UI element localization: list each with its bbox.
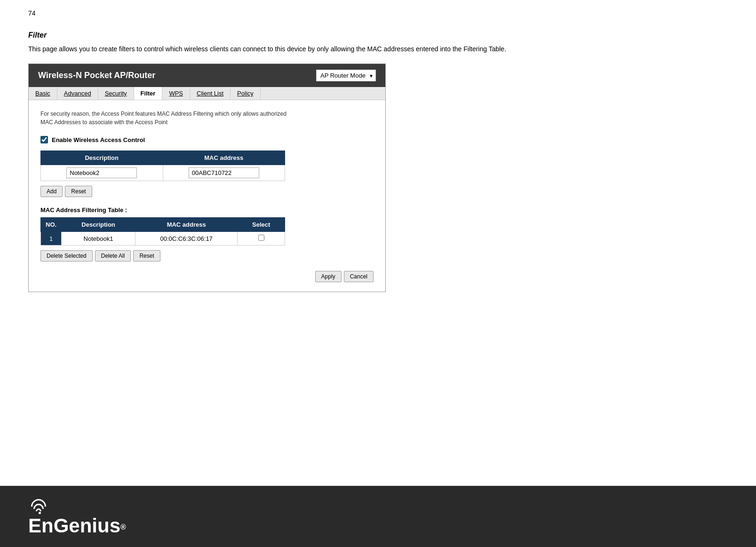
logo-brand-text: EnGenius — [28, 515, 120, 537]
filter-table: NO. Description MAC address Select 1 Not… — [40, 217, 285, 246]
footer: EnGenius® — [0, 486, 756, 547]
tab-filter[interactable]: Filter — [134, 87, 163, 100]
tab-wps[interactable]: WPS — [162, 87, 190, 100]
engenius-logo: EnGenius® — [28, 497, 126, 536]
info-line2: MAC Addresses to associate with the Acce… — [40, 119, 167, 126]
filter-header-description: Description — [62, 218, 135, 232]
tab-security[interactable]: Security — [98, 87, 134, 100]
tab-clientlist[interactable]: Client List — [190, 87, 231, 100]
enable-wireless-checkbox[interactable] — [40, 136, 48, 143]
input-row — [41, 165, 285, 181]
description-input[interactable] — [66, 167, 137, 178]
table-row: 1 Notebook1 00:0C:C6:3C:06:17 — [41, 232, 285, 246]
nav-tabs: Basic Advanced Security Filter WPS Clien… — [29, 87, 385, 100]
main-content: 74 Filter This page allows you to create… — [0, 0, 756, 486]
router-ui-box: Wireless-N Pocket AP/Router AP Router Mo… — [28, 63, 386, 292]
delete-row: Delete Selected Delete All Reset — [40, 250, 374, 262]
filter-header-no: NO. — [41, 218, 62, 232]
delete-selected-button[interactable]: Delete Selected — [40, 250, 93, 262]
wifi-icon — [28, 497, 52, 515]
delete-all-button[interactable]: Delete All — [95, 250, 131, 262]
reset-button[interactable]: Reset — [65, 186, 92, 197]
apply-row: Apply Cancel — [40, 271, 374, 282]
input-table: Description MAC address — [40, 151, 285, 181]
input-header-description: Description — [41, 151, 163, 165]
router-title: Wireless-N Pocket AP/Router — [38, 71, 155, 80]
filter-header-mac: MAC address — [135, 218, 237, 232]
enable-control-row: Enable Wireless Access Control — [40, 136, 374, 143]
mac-input[interactable] — [189, 167, 259, 178]
filter-table-title: MAC Address Filtering Table : — [40, 206, 374, 214]
router-body: For security reason, the Access Point fe… — [29, 100, 385, 292]
tab-basic[interactable]: Basic — [29, 87, 57, 100]
tab-policy[interactable]: Policy — [231, 87, 261, 100]
mode-select-wrapper[interactable]: AP Router Mode Client Mode Repeater Mode — [316, 70, 376, 81]
filter-header-select: Select — [238, 218, 285, 232]
row-description: Notebook1 — [62, 232, 135, 246]
info-text: For security reason, the Access Point fe… — [40, 110, 374, 127]
page-number: 74 — [28, 9, 728, 17]
tab-advanced[interactable]: Advanced — [57, 87, 98, 100]
apply-button[interactable]: Apply — [315, 271, 342, 282]
router-header: Wireless-N Pocket AP/Router AP Router Mo… — [29, 64, 385, 87]
section-description: This page allows you to create filters t… — [28, 44, 728, 54]
input-description-cell — [41, 165, 163, 181]
logo-text-row: EnGenius® — [28, 516, 126, 536]
section-title: Filter — [28, 31, 728, 40]
logo-registered: ® — [120, 523, 126, 531]
add-reset-row: Add Reset — [40, 186, 374, 197]
cancel-button[interactable]: Cancel — [344, 271, 374, 282]
row-mac: 00:0C:C6:3C:06:17 — [135, 232, 237, 246]
row-select-checkbox[interactable] — [258, 235, 264, 241]
input-header-mac: MAC address — [163, 151, 285, 165]
add-button[interactable]: Add — [40, 186, 63, 197]
mode-select[interactable]: AP Router Mode Client Mode Repeater Mode — [316, 70, 376, 81]
row-no: 1 — [41, 232, 62, 246]
reset2-button[interactable]: Reset — [133, 250, 160, 262]
input-mac-cell — [163, 165, 285, 181]
enable-wireless-label: Enable Wireless Access Control — [52, 136, 145, 143]
row-select-cell — [238, 232, 285, 246]
info-line1: For security reason, the Access Point fe… — [40, 111, 286, 117]
